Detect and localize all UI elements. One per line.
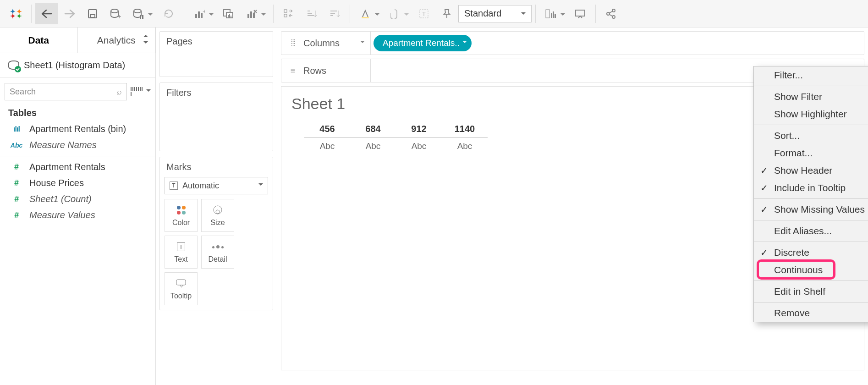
svg-rect-27 — [362, 17, 369, 18]
separator — [273, 5, 274, 23]
fit-select[interactable]: Standard — [458, 5, 532, 22]
mark-cell-label: Detail — [209, 255, 227, 264]
menu-separator — [754, 198, 868, 199]
field-measure-values[interactable]: #Measure Values — [0, 207, 155, 223]
search-input[interactable]: Search ⌕ — [5, 83, 127, 100]
field-apartment-rentals-bin-[interactable]: ılılApartment Rentals (bin) — [0, 121, 155, 137]
menu-discrete[interactable]: Discrete — [754, 244, 868, 261]
menu-continuous[interactable]: Continuous — [754, 261, 868, 279]
pin-button[interactable] — [435, 3, 458, 24]
shelf-label: Rows — [303, 66, 326, 76]
field-label: House Prices — [29, 178, 84, 188]
bars-icon: ılıl — [10, 125, 23, 133]
svg-rect-18 — [253, 13, 255, 18]
chevron-down-icon — [360, 41, 365, 45]
menu-remove[interactable]: Remove — [754, 304, 868, 322]
bin-value: 912 — [396, 124, 442, 134]
search-icon: ⌕ — [117, 87, 122, 97]
mark-tooltip[interactable]: Tooltip — [165, 272, 198, 305]
column-pill-apartment-rentals-bin[interactable]: Apartment Rentals.. — [374, 35, 472, 51]
menu-show-header[interactable]: Show Header — [754, 162, 868, 179]
bin-value: 1140 — [442, 124, 488, 134]
new-datasource-button[interactable]: + — [104, 3, 127, 24]
menu-show-filter[interactable]: Show Filter — [754, 88, 868, 105]
share-button[interactable] — [599, 3, 622, 24]
abc-placeholder: Abc — [304, 137, 350, 151]
cards-column: Pages Filters Marks TAutomatic ColorSize… — [156, 28, 277, 385]
svg-rect-7 — [195, 14, 197, 18]
highlight-button[interactable] — [354, 3, 377, 24]
mark-size[interactable]: Size — [201, 199, 234, 232]
abc-placeholder: Abc — [350, 137, 396, 151]
menu-include-in-tooltip[interactable]: Include in Tooltip — [754, 179, 868, 197]
svg-point-2 — [111, 9, 118, 13]
abc-placeholder: Abc — [396, 137, 442, 151]
forward-button[interactable] — [58, 3, 81, 24]
save-button[interactable] — [81, 3, 104, 24]
pause-datasource-button[interactable] — [127, 3, 150, 24]
swap-button[interactable] — [277, 3, 300, 24]
back-button[interactable] — [35, 3, 58, 24]
menu-show-highlighter[interactable]: Show Highlighter — [754, 105, 868, 123]
size-icon — [212, 204, 223, 216]
svg-rect-15 — [231, 16, 231, 17]
sort-desc-button[interactable] — [323, 3, 346, 24]
svg-rect-14 — [229, 14, 230, 17]
refresh-button[interactable] — [157, 3, 180, 24]
mark-cell-label: Size — [210, 219, 225, 227]
duplicate-sheet-button[interactable] — [217, 3, 240, 24]
mark-color[interactable]: Color — [165, 199, 198, 232]
text-icon: T — [170, 182, 178, 190]
menu-format[interactable]: Format... — [754, 144, 868, 162]
show-cards-button[interactable] — [539, 3, 562, 24]
bin-column: 684Abc — [350, 124, 396, 151]
mark-detail[interactable]: Detail — [201, 236, 234, 269]
mark-type-label: Automatic — [182, 181, 219, 191]
clear-sheet-button[interactable] — [240, 3, 263, 24]
field-house-prices[interactable]: #House Prices — [0, 175, 155, 191]
mark-cell-label: Text — [174, 255, 187, 264]
text-button[interactable]: T — [412, 3, 435, 24]
hash-icon: # — [10, 178, 23, 188]
filters-card[interactable]: Filters — [159, 82, 273, 151]
presentation-button[interactable] — [569, 3, 592, 24]
pages-card[interactable]: Pages — [159, 31, 273, 77]
mark-type-select[interactable]: TAutomatic — [165, 177, 268, 194]
bin-column: 1140Abc — [442, 124, 488, 151]
menu-edit-in-shelf[interactable]: Edit in Shelf — [754, 283, 868, 300]
menu-edit-aliases[interactable]: Edit Aliases... — [754, 222, 868, 240]
chevron-down-icon[interactable] — [146, 89, 151, 94]
svg-rect-0 — [88, 10, 97, 18]
chevron-down-icon — [521, 12, 526, 17]
field-measure-names[interactable]: AbcMeasure Names — [0, 137, 155, 153]
columns-icon: ⦙⦙⦙ — [288, 38, 298, 48]
menu-sort[interactable]: Sort... — [754, 127, 868, 144]
attach-button[interactable] — [383, 3, 406, 24]
search-placeholder: Search — [10, 87, 36, 97]
color-icon — [177, 204, 186, 216]
mark-text[interactable]: TText — [165, 236, 198, 269]
svg-point-39 — [216, 210, 220, 214]
chevron-down-icon — [258, 183, 263, 188]
tab-data[interactable]: Data — [0, 28, 78, 53]
hash-icon: # — [10, 194, 23, 204]
shelf-label: Columns — [303, 38, 340, 49]
tooltip-icon — [176, 277, 187, 289]
menu-filter[interactable]: Filter... — [754, 66, 868, 84]
field-sheet1-count-[interactable]: #Sheet1 (Count) — [0, 191, 155, 207]
tab-analytics[interactable]: Analytics — [78, 28, 156, 53]
menu-separator — [754, 220, 868, 220]
new-worksheet-button[interactable]: + — [188, 3, 211, 24]
sort-asc-button[interactable] — [300, 3, 323, 24]
menu-show-missing-values[interactable]: Show Missing Values — [754, 201, 868, 218]
columns-shelf[interactable]: ⦙⦙⦙ Columns Apartment Rentals.. — [281, 31, 864, 55]
svg-rect-6 — [142, 15, 143, 19]
data-pane: Data Analytics Sheet1 (Histogram Data) S… — [0, 28, 156, 385]
abc-icon: Abc — [10, 142, 23, 149]
tableau-logo[interactable]: ✦✦✦✦ — [5, 3, 27, 24]
svg-rect-24 — [330, 11, 337, 11]
view-toggle-icon[interactable] — [131, 87, 143, 96]
field-apartment-rentals[interactable]: #Apartment Rentals — [0, 159, 155, 175]
svg-rect-25 — [330, 13, 335, 14]
datasource-item[interactable]: Sheet1 (Histogram Data) — [0, 53, 155, 77]
